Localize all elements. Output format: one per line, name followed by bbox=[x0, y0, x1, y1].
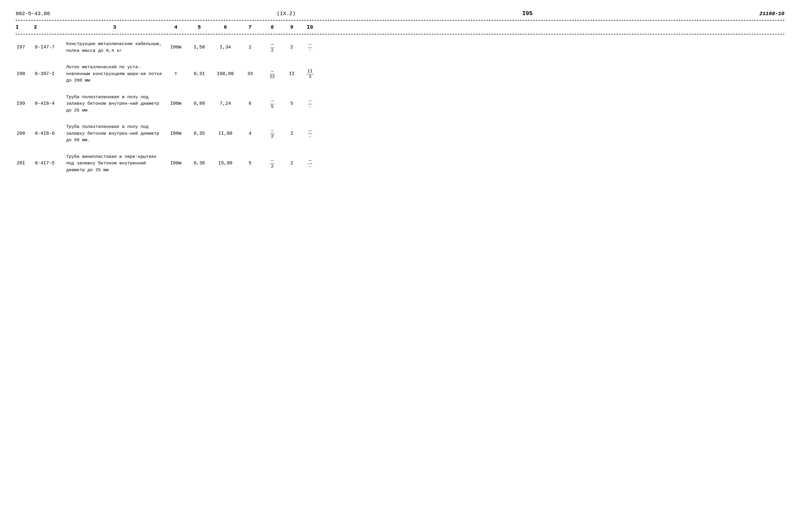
cell-row4-col4: I00м bbox=[164, 160, 188, 167]
table-body: I97 8-I47-7 Конструкции металлические ка… bbox=[16, 37, 784, 177]
cell-row0-col5: I,50 bbox=[188, 44, 211, 51]
cell-row4-col10: — - bbox=[300, 157, 320, 169]
cell-row0-col8: — 2 bbox=[261, 41, 284, 53]
cell-row2-col9: 5 bbox=[284, 100, 300, 107]
cell-row1-col5: 0,3I bbox=[188, 71, 211, 77]
cell-row2-col6: 7,24 bbox=[211, 100, 240, 107]
cell-row1-col8: — 22 bbox=[261, 68, 284, 80]
col-header-2: 2 bbox=[34, 24, 65, 30]
cell-row2-col4: I00м bbox=[164, 100, 188, 107]
cell-row1-col6: I08,00 bbox=[211, 71, 240, 77]
cell-row1-col1: I98 bbox=[16, 71, 34, 77]
col-header-3: 3 bbox=[65, 24, 164, 30]
cell-row4-col6: I5,90 bbox=[211, 160, 240, 167]
cell-row1-col4: т bbox=[164, 71, 188, 77]
cell-row3-col1: 200 bbox=[16, 130, 34, 137]
cell-row3-col4: I00м bbox=[164, 130, 188, 137]
header-dashed-line bbox=[16, 34, 784, 34]
cell-row4-col2: 8-4I7-5 bbox=[34, 160, 65, 167]
col-header-5: 5 bbox=[188, 24, 211, 30]
cell-row1-col9: II bbox=[284, 71, 300, 77]
cell-row1-col2: 8-397-I bbox=[34, 71, 65, 77]
col-header-1: I bbox=[16, 24, 34, 30]
cell-row0-col2: 8-I47-7 bbox=[34, 44, 65, 51]
top-dashed-line bbox=[16, 20, 784, 21]
cell-row0-col6: I,34 bbox=[211, 44, 240, 51]
cell-row4-col3: Труба винипластовая в пере-крытиях под з… bbox=[65, 153, 164, 173]
cell-row2-col7: 6 bbox=[240, 100, 261, 107]
header-right: 21160-10 bbox=[759, 11, 784, 17]
cell-row3-col7: 4 bbox=[240, 130, 261, 137]
cell-row2-col5: 0,80 bbox=[188, 100, 211, 107]
col-header-6: 6 bbox=[211, 24, 240, 30]
cell-row4-col8: — 2 bbox=[261, 157, 284, 169]
cell-row0-col4: I00м bbox=[164, 44, 188, 51]
cell-row1-col10: II 3 bbox=[300, 68, 320, 80]
cell-row0-col3: Конструкции металлические кабельные, пол… bbox=[65, 41, 164, 54]
cell-row2-col2: 8-4I8-4 bbox=[34, 100, 65, 107]
cell-row4-col9: 2 bbox=[284, 160, 300, 167]
cell-row3-col10: — - bbox=[300, 128, 320, 139]
table-row: I99 8-4I8-4 Труба полиэтиленовая в полу … bbox=[16, 90, 784, 117]
cell-row4-col7: 5 bbox=[240, 160, 261, 167]
cell-row2-col8: — 5 bbox=[261, 98, 284, 110]
cell-row4-col1: 20I bbox=[16, 160, 34, 167]
col-header-4: 4 bbox=[164, 24, 188, 30]
page-header: 902-5-43.86 (IX.2) I95 21160-10 bbox=[16, 11, 784, 17]
cell-row0-col9: 2 bbox=[284, 44, 300, 51]
table-row: 200 8-4I8-6 Труба полиэтиленовая в полу … bbox=[16, 120, 784, 147]
table-row: 20I 8-4I7-5 Труба винипластовая в пере-к… bbox=[16, 150, 784, 177]
cell-row3-col3: Труба полиэтиленовая в полу под заливку … bbox=[65, 124, 164, 144]
col-header-9: 9 bbox=[284, 24, 300, 30]
cell-row3-col6: II,00 bbox=[211, 130, 240, 137]
cell-row0-col1: I97 bbox=[16, 44, 34, 51]
col-header-10: I0 bbox=[300, 24, 320, 30]
cell-row3-col9: 2 bbox=[284, 130, 300, 137]
header-left: 902-5-43.86 bbox=[16, 11, 50, 17]
cell-row0-col10: — - bbox=[300, 41, 320, 53]
cell-row4-col5: 0,30 bbox=[188, 160, 211, 167]
col-header-8: 8 bbox=[261, 24, 284, 30]
col-header-7: 7 bbox=[240, 24, 261, 30]
cell-row2-col3: Труба полиэтиленовая в полу под заливку … bbox=[65, 94, 164, 114]
cell-row3-col2: 8-4I8-6 bbox=[34, 130, 65, 137]
cell-row1-col3: Лоток металлический по уста-новленным ко… bbox=[65, 64, 164, 84]
header-center: I95 bbox=[522, 11, 533, 17]
cell-row0-col7: 2 bbox=[240, 44, 261, 51]
cell-row1-col7: 33 bbox=[240, 71, 261, 77]
table-row: I98 8-397-I Лоток металлический по уста-… bbox=[16, 60, 784, 88]
column-headers: I 2 3 4 5 6 7 8 9 I0 bbox=[16, 22, 784, 32]
cell-row2-col1: I99 bbox=[16, 100, 34, 107]
cell-row2-col10: — - bbox=[300, 98, 320, 110]
cell-row3-col8: — 2 bbox=[261, 128, 284, 139]
header-center-left: (IX.2) bbox=[277, 11, 296, 17]
cell-row3-col5: 0,35 bbox=[188, 130, 211, 137]
table-row: I97 8-I47-7 Конструкции металлические ка… bbox=[16, 37, 784, 58]
